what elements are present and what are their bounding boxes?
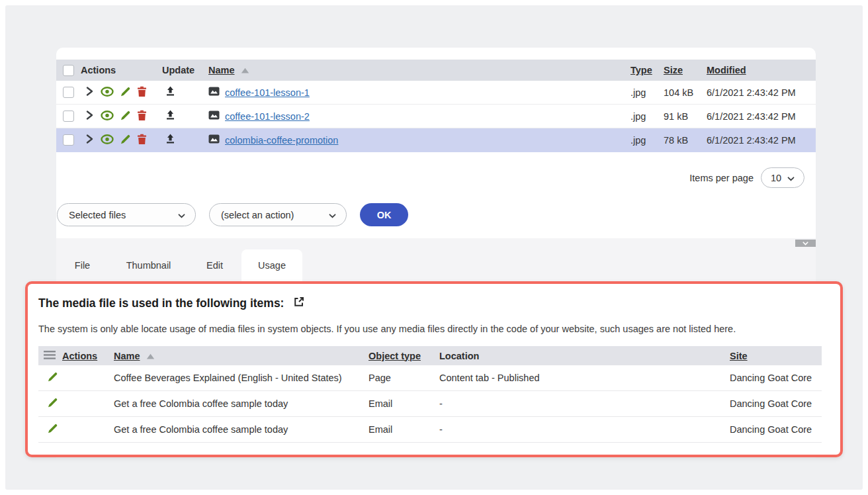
- file-grid-header: Actions Update Name Type Size Modified: [56, 60, 816, 81]
- usage-name: Get a free Colombia coffee sample today: [114, 398, 369, 409]
- table-row-selected: colombia-coffee-promotion .jpg 78 kB 6/1…: [56, 128, 816, 152]
- row-checkbox[interactable]: [63, 111, 74, 122]
- usage-name: Coffee Beverages Explained (English - Un…: [114, 373, 369, 383]
- chevron-down-icon: [787, 173, 795, 183]
- edit-pencil-icon[interactable]: [120, 86, 131, 99]
- file-size: 104 kB: [664, 87, 707, 98]
- column-actions: Actions: [79, 65, 162, 75]
- edit-pencil-icon[interactable]: [47, 371, 58, 384]
- usage-row: Get a free Colombia coffee sample today …: [38, 417, 822, 443]
- column-size[interactable]: Size: [664, 65, 707, 75]
- edit-pencil-icon[interactable]: [47, 397, 58, 410]
- items-per-page-select[interactable]: 10: [761, 167, 804, 188]
- expand-chevron-icon[interactable]: [85, 110, 95, 122]
- file-modified: 6/1/2021 2:43:42 PM: [707, 87, 816, 98]
- column-actions[interactable]: Actions: [62, 351, 114, 361]
- view-eye-icon[interactable]: [101, 134, 114, 146]
- scope-select[interactable]: Selected files: [57, 203, 196, 226]
- column-name[interactable]: Name: [114, 351, 140, 361]
- scrollbar-down-button[interactable]: [795, 240, 816, 247]
- usage-site: Dancing Goat Core: [730, 398, 822, 409]
- usage-row: Get a free Colombia coffee sample today …: [38, 391, 822, 417]
- view-eye-icon[interactable]: [101, 111, 114, 122]
- column-type[interactable]: Type: [630, 65, 664, 75]
- usage-description: The system is only able locate usage of …: [38, 324, 736, 334]
- select-all-checkbox[interactable]: [63, 65, 74, 76]
- action-select[interactable]: (select an action): [209, 203, 347, 226]
- row-checkbox[interactable]: [63, 87, 74, 98]
- column-modified[interactable]: Modified: [707, 65, 816, 75]
- file-name-link[interactable]: coffee-101-lesson-1: [225, 87, 310, 98]
- usage-site: Dancing Goat Core: [730, 373, 822, 383]
- usage-object-type: Email: [369, 398, 439, 409]
- usage-site: Dancing Goat Core: [730, 424, 822, 435]
- upload-icon[interactable]: [165, 136, 176, 146]
- edit-pencil-icon[interactable]: [120, 134, 131, 147]
- tab-edit[interactable]: Edit: [196, 249, 233, 281]
- upload-icon[interactable]: [165, 112, 176, 122]
- delete-trash-icon[interactable]: [137, 110, 147, 123]
- expand-chevron-icon[interactable]: [85, 86, 95, 99]
- file-type: .jpg: [630, 87, 664, 98]
- column-name[interactable]: Name: [208, 65, 235, 75]
- chevron-down-icon: [178, 210, 185, 220]
- usage-table-header: Actions Name Object type Location Site: [38, 346, 822, 365]
- column-object-type[interactable]: Object type: [369, 351, 439, 361]
- usage-location: -: [439, 398, 730, 409]
- file-type: .jpg: [630, 135, 664, 146]
- action-select-value: (select an action): [221, 210, 294, 220]
- image-file-icon: [208, 87, 220, 98]
- media-library-card: Actions Update Name Type Size Modified: [56, 48, 816, 238]
- usage-location: -: [439, 424, 730, 435]
- menu-hamburger-icon[interactable]: [44, 351, 56, 361]
- tab-thumbnail[interactable]: Thumbnail: [114, 249, 183, 281]
- file-size: 91 kB: [664, 111, 707, 122]
- tab-file[interactable]: File: [64, 249, 101, 281]
- external-link-icon[interactable]: [293, 296, 305, 311]
- usage-object-type: Page: [369, 373, 439, 383]
- scope-select-value: Selected files: [69, 210, 126, 220]
- usage-name: Get a free Colombia coffee sample today: [114, 424, 369, 435]
- image-file-icon: [208, 111, 220, 122]
- table-row: coffee-101-lesson-1 .jpg 104 kB 6/1/2021…: [56, 81, 816, 105]
- usage-heading: The media file is used in the following …: [38, 296, 284, 310]
- delete-trash-icon[interactable]: [137, 134, 147, 147]
- column-update: Update: [162, 65, 208, 75]
- upload-icon[interactable]: [165, 88, 176, 99]
- file-type: .jpg: [630, 111, 664, 122]
- tab-usage[interactable]: Usage: [241, 249, 302, 281]
- column-site[interactable]: Site: [730, 351, 822, 361]
- file-modified: 6/1/2021 2:43:42 PM: [707, 111, 816, 122]
- sort-ascending-icon: [241, 65, 249, 75]
- usage-table: Actions Name Object type Location Site C…: [38, 346, 822, 443]
- usage-location: Content tab - Published: [439, 373, 730, 383]
- ok-button[interactable]: OK: [360, 203, 408, 226]
- screen: Actions Update Name Type Size Modified: [0, 0, 868, 495]
- file-name-link[interactable]: colombia-coffee-promotion: [225, 135, 338, 146]
- chevron-down-icon: [329, 210, 336, 220]
- items-per-page-label: Items per page: [689, 173, 754, 183]
- edit-pencil-icon[interactable]: [47, 423, 58, 436]
- file-name-link[interactable]: coffee-101-lesson-2: [225, 111, 310, 122]
- image-file-icon: [208, 134, 220, 146]
- file-modified: 6/1/2021 2:43:42 PM: [707, 135, 816, 146]
- view-eye-icon[interactable]: [101, 87, 114, 99]
- row-checkbox[interactable]: [63, 134, 74, 146]
- expand-chevron-icon[interactable]: [85, 134, 95, 146]
- usage-object-type: Email: [369, 424, 439, 435]
- column-location: Location: [439, 351, 730, 361]
- sort-ascending-icon: [146, 351, 155, 361]
- file-size: 78 kB: [664, 135, 707, 146]
- usage-row: Coffee Beverages Explained (English - Un…: [38, 365, 822, 391]
- delete-trash-icon[interactable]: [137, 86, 147, 99]
- table-row: coffee-101-lesson-2 .jpg 91 kB 6/1/2021 …: [56, 105, 816, 128]
- edit-pencil-icon[interactable]: [120, 110, 131, 123]
- items-per-page-value: 10: [771, 173, 781, 183]
- usage-panel-highlight: The media file is used in the following …: [25, 281, 843, 457]
